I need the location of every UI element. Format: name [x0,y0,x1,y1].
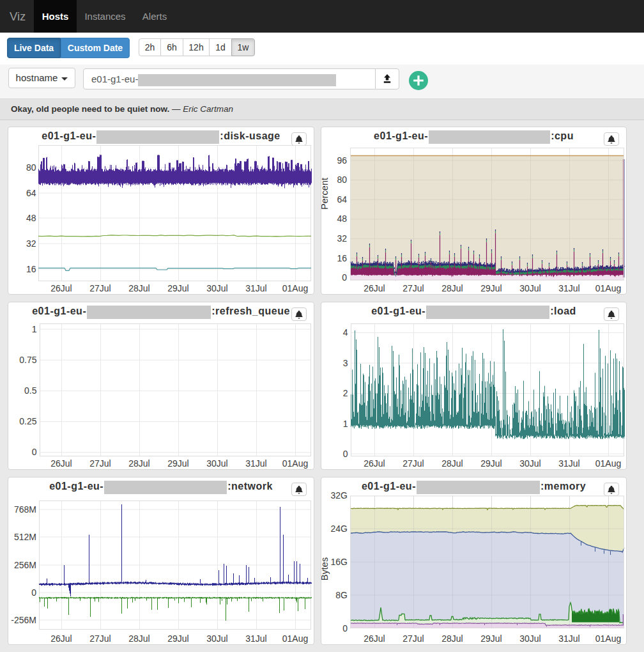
svg-text:26Jul: 26Jul [364,633,385,644]
svg-text:0: 0 [32,447,37,457]
svg-text:31Jul: 31Jul [558,458,579,469]
svg-text:01Aug: 01Aug [282,633,308,644]
svg-text:30Jul: 30Jul [519,633,540,644]
svg-text:26Jul: 26Jul [50,283,72,293]
svg-text:Bytes: Bytes [321,557,330,580]
svg-text:31Jul: 31Jul [558,633,579,644]
svg-text:30Jul: 30Jul [206,633,227,644]
svg-text:26Jul: 26Jul [50,458,72,469]
svg-text:768M: 768M [14,504,36,515]
svg-text:4: 4 [343,327,348,338]
svg-text:01Aug: 01Aug [282,283,308,293]
svg-text:0: 0 [31,587,36,598]
svg-text:27Jul: 27Jul [89,458,111,469]
svg-text:28Jul: 28Jul [441,458,463,469]
svg-text:30Jul: 30Jul [519,283,540,293]
svg-text:01Aug: 01Aug [595,458,621,469]
svg-text:-256M: -256M [11,615,36,625]
svg-text:0: 0 [343,449,348,459]
svg-text:0: 0 [342,272,347,283]
svg-text:26Jul: 26Jul [364,283,385,293]
svg-text:28Jul: 28Jul [128,283,150,293]
svg-text:1: 1 [343,419,348,429]
svg-text:29Jul: 29Jul [167,633,188,644]
svg-text:27Jul: 27Jul [402,633,424,644]
svg-text:3: 3 [343,358,348,368]
svg-text:16: 16 [337,253,347,263]
svg-text:1: 1 [32,324,37,334]
svg-text:29Jul: 29Jul [480,458,502,469]
svg-text:64: 64 [337,194,347,205]
svg-text:29Jul: 29Jul [167,458,188,469]
svg-text:30Jul: 30Jul [206,458,227,469]
svg-text:0.25: 0.25 [19,416,36,426]
svg-text:29Jul: 29Jul [167,283,188,293]
svg-text:80: 80 [26,162,36,173]
svg-text:64: 64 [26,188,36,198]
svg-text:30Jul: 30Jul [519,458,540,469]
svg-text:48: 48 [26,213,36,223]
svg-text:31Jul: 31Jul [245,458,266,469]
svg-text:32: 32 [26,238,36,249]
svg-text:26Jul: 26Jul [364,458,385,469]
svg-text:80: 80 [337,175,347,185]
svg-text:Percent: Percent [321,178,330,210]
svg-text:0.5: 0.5 [24,385,37,396]
svg-text:2: 2 [343,388,348,398]
svg-text:28Jul: 28Jul [441,283,463,293]
svg-text:01Aug: 01Aug [595,283,621,293]
svg-text:16: 16 [26,264,36,274]
svg-text:01Aug: 01Aug [595,633,621,644]
svg-text:01Aug: 01Aug [282,458,308,469]
svg-text:32G: 32G [331,490,348,501]
svg-text:30Jul: 30Jul [206,283,227,293]
svg-text:16G: 16G [331,557,348,567]
svg-text:26Jul: 26Jul [50,633,72,644]
svg-text:29Jul: 29Jul [480,633,502,644]
svg-text:27Jul: 27Jul [89,283,111,293]
svg-text:32: 32 [337,233,347,244]
svg-text:8G: 8G [335,590,348,600]
svg-text:29Jul: 29Jul [480,283,502,293]
svg-text:31Jul: 31Jul [558,283,579,293]
svg-text:28Jul: 28Jul [128,633,150,644]
svg-text:28Jul: 28Jul [441,633,463,644]
svg-text:0.75: 0.75 [19,355,36,365]
svg-text:96: 96 [337,155,347,166]
svg-text:27Jul: 27Jul [402,458,424,469]
svg-text:28Jul: 28Jul [128,458,150,469]
svg-text:27Jul: 27Jul [89,633,111,644]
svg-text:24G: 24G [331,524,348,534]
svg-text:256M: 256M [14,560,36,570]
svg-text:31Jul: 31Jul [245,283,266,293]
svg-text:31Jul: 31Jul [245,633,266,644]
svg-text:27Jul: 27Jul [402,283,424,293]
svg-text:48: 48 [337,213,347,224]
svg-text:512M: 512M [14,532,36,542]
svg-text:0: 0 [342,623,348,633]
